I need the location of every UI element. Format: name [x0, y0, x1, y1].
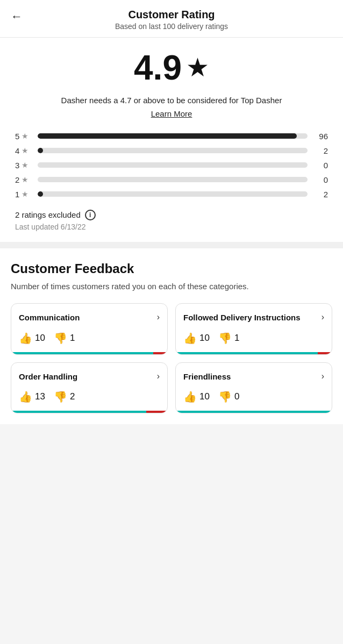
- star-icon: ★: [22, 175, 28, 184]
- chevron-right-icon: ›: [157, 312, 160, 322]
- teal-bar-segment: [176, 352, 318, 354]
- feedback-card[interactable]: Order Handling›👍13👎2: [11, 362, 168, 414]
- last-updated: Last updated 6/13/22: [15, 223, 328, 231]
- thumbs-down-count: 2: [70, 391, 75, 402]
- thumbs-down-stat: 👎2: [54, 390, 75, 403]
- card-header: Communication›: [19, 312, 160, 323]
- star-number: 3: [15, 161, 19, 170]
- card-stats: 👍10👎1: [183, 332, 324, 352]
- star-number: 1: [15, 190, 19, 199]
- thumbs-down-stat: 👎0: [218, 390, 239, 403]
- section-divider: [0, 242, 343, 248]
- rating-info-text: Dasher needs a 4.7 or above to be consid…: [15, 95, 328, 107]
- thumbs-up-count: 10: [199, 333, 210, 344]
- card-bottom-bar: [176, 352, 332, 354]
- ratings-excluded: 2 ratings excluded i: [15, 210, 328, 220]
- star-icon: ★: [22, 161, 28, 169]
- bar-count: 0: [313, 175, 328, 184]
- bar-count: 2: [313, 190, 328, 199]
- card-header: Order Handling›: [19, 371, 160, 382]
- thumbs-up-count: 10: [35, 333, 45, 344]
- thumbs-up-count: 10: [199, 391, 210, 402]
- star-label: 4★: [15, 146, 32, 155]
- back-button[interactable]: ←: [11, 10, 23, 24]
- thumbs-up-stat: 👍10: [19, 332, 45, 345]
- thumbs-down-count: 1: [234, 333, 239, 344]
- thumbs-up-stat: 👍10: [183, 332, 210, 345]
- chevron-right-icon: ›: [157, 371, 160, 381]
- star-row: 2★0: [15, 175, 328, 184]
- thumbs-up-icon: 👍: [183, 332, 197, 345]
- red-bar-segment: [146, 411, 167, 413]
- star-number: 4: [15, 146, 19, 155]
- bar-count: 2: [313, 146, 328, 155]
- feedback-description: Number of times customers rated you on e…: [11, 281, 332, 293]
- star-label: 5★: [15, 132, 32, 141]
- star-row: 5★96: [15, 132, 328, 141]
- thumbs-up-icon: 👍: [19, 332, 32, 345]
- bar-count: 96: [313, 132, 328, 141]
- card-title: Communication: [19, 312, 155, 323]
- teal-bar-segment: [11, 352, 153, 354]
- star-label: 3★: [15, 161, 32, 170]
- feedback-card[interactable]: Communication›👍10👎1: [11, 303, 168, 355]
- chevron-right-icon: ›: [321, 371, 324, 381]
- teal-bar-segment: [11, 411, 146, 413]
- excluded-text: 2 ratings excluded: [15, 210, 81, 219]
- bar-track: [38, 148, 308, 153]
- page-subtitle: Based on last 100 delivery ratings: [115, 22, 228, 31]
- info-icon[interactable]: i: [85, 210, 96, 220]
- thumbs-down-icon: 👎: [218, 390, 232, 403]
- thumbs-up-icon: 👍: [183, 390, 197, 403]
- learn-more-container: Learn More: [15, 109, 328, 119]
- card-bottom-bar: [176, 411, 332, 413]
- card-stats: 👍10👎0: [183, 390, 324, 411]
- learn-more-link[interactable]: Learn More: [151, 109, 192, 118]
- red-bar-segment: [153, 352, 167, 354]
- bar-track: [38, 162, 308, 168]
- bar-track: [38, 177, 308, 182]
- thumbs-down-stat: 👎1: [218, 332, 239, 345]
- feedback-cards-grid: Communication›👍10👎1Followed Delivery Ins…: [11, 303, 332, 413]
- card-header: Followed Delivery Instructions›: [183, 312, 324, 323]
- feedback-title: Customer Feedback: [11, 261, 332, 276]
- bar-track: [38, 191, 308, 197]
- bar-count: 0: [313, 161, 328, 170]
- card-title: Friendliness: [183, 371, 319, 382]
- thumbs-up-count: 13: [35, 391, 45, 402]
- chevron-right-icon: ›: [321, 312, 324, 322]
- card-title: Order Handling: [19, 371, 155, 382]
- card-bottom-bar: [11, 411, 167, 413]
- page-title: Customer Rating: [128, 9, 215, 21]
- card-stats: 👍13👎2: [19, 390, 160, 411]
- thumbs-down-stat: 👎1: [54, 332, 75, 345]
- feedback-section: Customer Feedback Number of times custom…: [0, 248, 343, 425]
- feedback-card[interactable]: Friendliness›👍10👎0: [175, 362, 332, 414]
- star-row: 4★2: [15, 146, 328, 155]
- star-icon: ★: [22, 146, 28, 155]
- card-header: Friendliness›: [183, 371, 324, 382]
- header-section: ← Customer Rating Based on last 100 deli…: [0, 0, 343, 38]
- star-row: 3★0: [15, 161, 328, 170]
- thumbs-down-count: 1: [70, 333, 75, 344]
- feedback-card[interactable]: Followed Delivery Instructions›👍10👎1: [175, 303, 332, 355]
- bar-fill: [38, 148, 43, 153]
- card-title: Followed Delivery Instructions: [183, 312, 319, 323]
- star-label: 2★: [15, 175, 32, 184]
- big-rating: 4.9 ★: [15, 51, 328, 85]
- red-bar-segment: [318, 352, 332, 354]
- thumbs-down-count: 0: [234, 391, 239, 402]
- bar-fill: [38, 191, 43, 197]
- card-bottom-bar: [11, 352, 167, 354]
- star-bars: 5★964★23★02★01★2: [15, 132, 328, 199]
- rating-value: 4.9: [134, 51, 182, 85]
- teal-bar-segment: [176, 411, 332, 413]
- bar-track: [38, 133, 308, 139]
- thumbs-up-stat: 👍13: [19, 390, 45, 403]
- star-row: 1★2: [15, 190, 328, 199]
- rating-star-icon: ★: [186, 55, 209, 81]
- thumbs-down-icon: 👎: [54, 390, 67, 403]
- bar-fill: [38, 133, 297, 139]
- card-stats: 👍10👎1: [19, 332, 160, 352]
- rating-section: 4.9 ★ Dasher needs a 4.7 or above to be …: [0, 38, 343, 242]
